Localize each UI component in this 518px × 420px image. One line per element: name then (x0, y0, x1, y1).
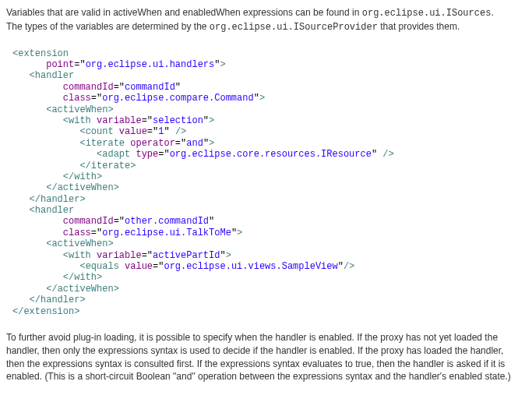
outro-paragraph: To further avoid plug-in loading, it is … (6, 331, 512, 383)
intro-paragraph: Variables that are valid in activeWhen a… (6, 6, 512, 34)
intro-text-1: Variables that are valid in activeWhen a… (6, 7, 362, 18)
intro-text-3: that provides them. (378, 21, 460, 32)
xml-code-block: <extension point="org.eclipse.ui.handler… (12, 48, 512, 317)
code-ref-isources: org.eclipse.ui.ISources (362, 8, 492, 19)
code-ref-isourceprovider: org.eclipse.ui.ISourceProvider (210, 22, 378, 33)
